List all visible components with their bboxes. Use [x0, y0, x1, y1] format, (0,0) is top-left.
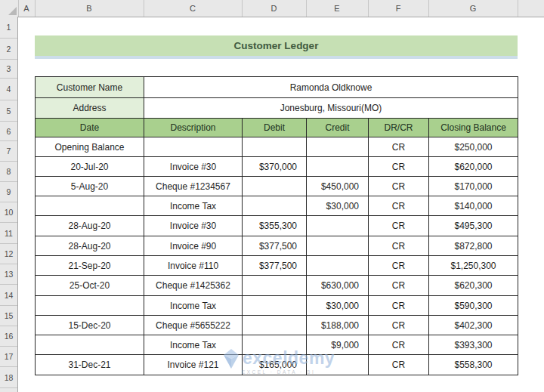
row-header-18[interactable]: 18: [0, 367, 17, 388]
cell-balance[interactable]: $393,300: [429, 335, 518, 355]
cell-description[interactable]: [144, 137, 243, 157]
cell-credit[interactable]: [307, 355, 369, 375]
cell-drcr[interactable]: CR: [369, 196, 429, 216]
cell-credit[interactable]: [307, 137, 369, 157]
cell-debit[interactable]: $377,500: [243, 256, 307, 276]
cell-drcr[interactable]: CR: [369, 236, 429, 256]
cell-credit[interactable]: $30,000: [307, 196, 369, 216]
cell-debit[interactable]: [243, 196, 307, 216]
cell-date[interactable]: 20-Jul-20: [36, 157, 144, 177]
cell-debit[interactable]: [243, 316, 307, 335]
cell-credit[interactable]: $9,000: [307, 335, 369, 355]
opening-balance-label-cell[interactable]: Opening Balance: [36, 137, 144, 157]
ledger-header-date[interactable]: Date: [36, 119, 144, 137]
cell-balance[interactable]: $250,000: [429, 137, 518, 157]
cell-drcr[interactable]: CR: [369, 177, 429, 196]
cell-description[interactable]: Cheque #1234567: [144, 177, 243, 196]
cell-credit[interactable]: [307, 256, 369, 276]
cell-debit[interactable]: $370,000: [243, 157, 307, 177]
cell-credit[interactable]: $450,000: [307, 177, 369, 196]
cell-drcr[interactable]: CR: [369, 276, 429, 296]
cell-debit[interactable]: [243, 137, 307, 157]
cell-date[interactable]: 28-Aug-20: [36, 216, 144, 236]
ledger-header-drcr[interactable]: DR/CR: [369, 119, 429, 137]
row-header-15[interactable]: 15: [0, 306, 17, 326]
row-header-7[interactable]: 7: [0, 141, 17, 162]
row-header-16[interactable]: 16: [0, 326, 17, 347]
cell-date[interactable]: 25-Oct-20: [36, 276, 144, 296]
column-header-e[interactable]: E: [306, 0, 369, 17]
row-header-1[interactable]: 1: [0, 17, 17, 39]
cell-debit[interactable]: $355,300: [243, 216, 307, 236]
cell-balance[interactable]: $558,300: [429, 355, 518, 375]
cell-date[interactable]: 5-Aug-20: [36, 177, 144, 196]
cell-balance[interactable]: $1,250,300: [429, 256, 518, 276]
cell-balance[interactable]: $495,300: [429, 216, 518, 236]
cell-drcr[interactable]: CR: [369, 296, 429, 316]
cell-drcr[interactable]: CR: [369, 316, 429, 335]
ledger-header-credit[interactable]: Credit: [307, 119, 369, 137]
ledger-header-balance[interactable]: Closing Balance: [429, 119, 518, 137]
row-header-8[interactable]: 8: [0, 162, 17, 182]
row-header-12[interactable]: 12: [0, 244, 17, 264]
cell-description[interactable]: Cheque #5655222: [144, 316, 243, 335]
column-header-partial[interactable]: [518, 0, 544, 17]
cell-date[interactable]: 31-Dec-21: [36, 355, 144, 375]
cell-debit[interactable]: [243, 276, 307, 296]
cell-balance[interactable]: $140,000: [429, 196, 518, 216]
address-value-cell[interactable]: Jonesburg, Missouri(MO): [144, 98, 518, 119]
cell-credit[interactable]: $30,000: [307, 296, 369, 316]
cell-date[interactable]: [36, 335, 144, 355]
row-header-6[interactable]: 6: [0, 122, 17, 141]
cell-debit[interactable]: [243, 335, 307, 355]
cell-balance[interactable]: $170,000: [429, 177, 518, 196]
cell-balance[interactable]: $620,000: [429, 157, 518, 177]
cell-debit[interactable]: [243, 177, 307, 196]
cell-description[interactable]: Income Tax: [144, 335, 243, 355]
cell-drcr[interactable]: CR: [369, 256, 429, 276]
row-header-5[interactable]: 5: [0, 100, 17, 122]
row-header-10[interactable]: 10: [0, 202, 17, 223]
ledger-header-description[interactable]: Description: [144, 119, 243, 137]
cell-balance[interactable]: $872,800: [429, 236, 518, 256]
row-header-partial[interactable]: [0, 388, 17, 392]
cell-drcr[interactable]: CR: [369, 355, 429, 375]
row-header-4[interactable]: 4: [0, 79, 17, 100]
cell-credit[interactable]: [307, 236, 369, 256]
column-header-c[interactable]: C: [144, 0, 243, 17]
cell-credit[interactable]: $630,000: [307, 276, 369, 296]
customer-name-value-cell[interactable]: Ramonda Oldknowe: [144, 77, 518, 98]
cell-drcr[interactable]: CR: [369, 335, 429, 355]
cell-credit[interactable]: $188,000: [307, 316, 369, 335]
cell-drcr[interactable]: CR: [369, 216, 429, 236]
cell-balance[interactable]: $590,300: [429, 296, 518, 316]
customer-name-label-cell[interactable]: Customer Name: [36, 77, 144, 98]
cell-debit[interactable]: [243, 296, 307, 316]
cell-credit[interactable]: [307, 216, 369, 236]
cell-balance[interactable]: $402,300: [429, 316, 518, 335]
address-label-cell[interactable]: Address: [36, 98, 144, 119]
cell-date[interactable]: 21-Sep-20: [36, 256, 144, 276]
cell-debit[interactable]: $165,000: [243, 355, 307, 375]
row-header-11[interactable]: 11: [0, 223, 17, 244]
ledger-header-debit[interactable]: Debit: [243, 119, 307, 137]
column-header-b[interactable]: B: [35, 0, 144, 17]
select-all-corner[interactable]: [0, 0, 19, 17]
column-header-a[interactable]: A: [18, 0, 36, 17]
cell-drcr[interactable]: CR: [369, 137, 429, 157]
row-header-9[interactable]: 9: [0, 182, 17, 202]
cell-debit[interactable]: $377,500: [243, 236, 307, 256]
cell-description[interactable]: Income Tax: [144, 196, 243, 216]
cell-drcr[interactable]: CR: [369, 157, 429, 177]
column-header-f[interactable]: F: [368, 0, 429, 17]
cell-description[interactable]: Invoice #30: [144, 157, 243, 177]
row-header-3[interactable]: 3: [0, 60, 17, 79]
cell-description[interactable]: Income Tax: [144, 296, 243, 316]
cell-date[interactable]: 15-Dec-20: [36, 316, 144, 335]
row-header-17[interactable]: 17: [0, 347, 17, 367]
cell-balance[interactable]: $620,300: [429, 276, 518, 296]
column-header-g[interactable]: G: [428, 0, 518, 17]
row-header-14[interactable]: 14: [0, 285, 17, 306]
cell-date[interactable]: 28-Aug-20: [36, 236, 144, 256]
cell-description[interactable]: Invoice #121: [144, 355, 243, 375]
